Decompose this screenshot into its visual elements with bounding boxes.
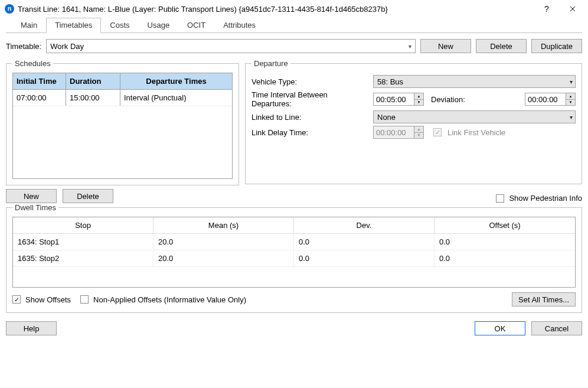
tab-ocit[interactable]: OCIT [178,18,214,33]
window-title: Transit Line: 1641, Name: L-Blue (Layer:… [18,5,534,14]
spinner-icon: ▲▼ [414,126,423,138]
help-button[interactable]: Help [6,321,57,335]
non-applied-offsets-checkbox[interactable] [80,295,89,304]
delete-timetable-button[interactable]: Delete [476,39,527,53]
cell-departure: Interval (Punctual) [120,90,232,106]
departure-legend: Departure [251,59,290,68]
chevron-down-icon: ▾ [409,43,411,50]
dwell-times-table[interactable]: Stop Mean (s) Dev. Offset (s) 1634: Stop… [12,217,576,288]
deviation-input[interactable]: 00:00:00 ▲▼ [525,93,576,106]
new-timetable-button[interactable]: New [420,39,471,53]
tab-usage[interactable]: Usage [139,18,179,33]
col-offset: Offset (s) [435,217,575,234]
interval-label: Time Interval Between Departures: [251,90,370,108]
tab-attributes[interactable]: Attributes [214,18,264,33]
schedules-actions: New Delete [6,189,239,203]
help-icon[interactable]: ? [534,0,560,18]
col-dev: Dev. [294,217,435,234]
cell-offset: 0.0 [435,234,575,250]
timetable-select[interactable]: Work Day ▾ [46,39,416,53]
titlebar: n Transit Line: 1641, Name: L-Blue (Laye… [0,0,588,18]
delete-schedule-button[interactable]: Delete [63,189,113,203]
show-pedestrian-checkbox[interactable] [496,194,504,203]
dwell-times-legend: Dwell Times [12,203,58,212]
col-departure-times: Departure Times [120,73,232,89]
table-row[interactable]: 1634: Stop1 20.0 0.0 0.0 [13,234,575,250]
table-row[interactable]: 1635: Stop2 20.0 0.0 0.0 [13,250,575,267]
col-initial-time: Initial Time [13,73,66,89]
spinner-icon[interactable]: ▲▼ [566,93,575,105]
schedules-legend: Schedules [12,59,53,68]
vehicle-type-select[interactable]: 58: Bus ▾ [373,75,576,88]
close-icon[interactable] [560,0,586,18]
cell-dev: 0.0 [294,250,435,267]
deviation-label: Deviation: [431,95,465,104]
set-all-times-button[interactable]: Set All Times... [512,292,576,307]
spinner-icon[interactable]: ▲▼ [414,93,423,105]
col-stop: Stop [13,217,153,234]
timetable-row: Timetable: Work Day ▾ New Delete Duplica… [6,39,582,53]
col-duration: Duration [66,73,120,89]
dwell-header: Stop Mean (s) Dev. Offset (s) [13,217,575,234]
pedestrian-row: Show Pedestrian Info [245,191,582,204]
cell-duration: 15:00:00 [66,90,120,106]
linked-line-value: None [377,113,396,122]
bottom-bar: Help OK Cancel [6,321,582,335]
link-first-vehicle-checkbox [433,128,442,136]
dwell-times-group: Dwell Times Stop Mean (s) Dev. Offset (s… [6,203,582,313]
tab-main[interactable]: Main [12,18,46,33]
cancel-button[interactable]: Cancel [531,321,582,335]
app-icon: n [5,4,14,14]
cell-offset: 0.0 [435,250,575,267]
tab-costs[interactable]: Costs [101,18,138,33]
departure-group: Departure Vehicle Type: 58: Bus ▾ Time I… [245,59,582,184]
deviation-value: 00:00:00 [528,95,558,104]
timetable-label: Timetable: [6,42,41,51]
interval-input[interactable]: 00:05:00 ▲▼ [373,93,424,106]
schedules-col: Schedules Initial Time Duration Departur… [6,59,239,203]
interval-value: 00:05:00 [376,95,406,104]
show-offsets-checkbox[interactable] [12,295,21,304]
timetable-value: Work Day [50,42,84,51]
link-delay-label: Link Delay Time: [251,128,370,137]
link-delay-value: 00:00:00 [376,128,406,137]
cell-mean: 20.0 [153,250,294,267]
linked-line-select[interactable]: None ▾ [373,110,576,123]
dialog-content: Main Timetables Costs Usage OCIT Attribu… [0,18,588,388]
cell-stop: 1635: Stop2 [13,250,153,267]
dwell-footer: Show Offsets Non-Applied Offsets (Inform… [12,292,576,307]
tab-timetables[interactable]: Timetables [46,18,101,33]
col-mean: Mean (s) [153,217,294,234]
show-pedestrian-label: Show Pedestrian Info [509,194,582,203]
show-offsets-label: Show Offsets [25,295,71,304]
linked-line-label: Linked to Line: [251,113,370,122]
link-delay-input: 00:00:00 ▲▼ [373,126,424,139]
body-grid: Schedules Initial Time Duration Departur… [6,59,582,203]
schedules-table[interactable]: Initial Time Duration Departure Times 07… [12,73,233,179]
table-row[interactable]: 07:00:00 15:00:00 Interval (Punctual) [13,90,232,106]
cell-mean: 20.0 [153,234,294,250]
dialog-window: n Transit Line: 1641, Name: L-Blue (Laye… [0,0,588,388]
chevron-down-icon: ▾ [570,79,573,85]
schedules-group: Schedules Initial Time Duration Departur… [6,59,239,185]
schedules-header: Initial Time Duration Departure Times [13,73,232,90]
new-schedule-button[interactable]: New [6,189,57,203]
non-applied-offsets-label: Non-Applied Offsets (Informative Value O… [93,295,246,304]
tab-bar: Main Timetables Costs Usage OCIT Attribu… [6,18,582,33]
ok-button[interactable]: OK [475,321,525,335]
vehicle-type-value: 58: Bus [377,77,403,86]
cell-dev: 0.0 [294,234,435,250]
cell-initial: 07:00:00 [13,90,66,106]
duplicate-timetable-button[interactable]: Duplicate [531,39,582,53]
cell-stop: 1634: Stop1 [13,234,153,250]
link-first-vehicle-label: Link First Vehicle [447,128,505,137]
chevron-down-icon: ▾ [570,114,573,120]
vehicle-type-label: Vehicle Type: [251,77,370,86]
